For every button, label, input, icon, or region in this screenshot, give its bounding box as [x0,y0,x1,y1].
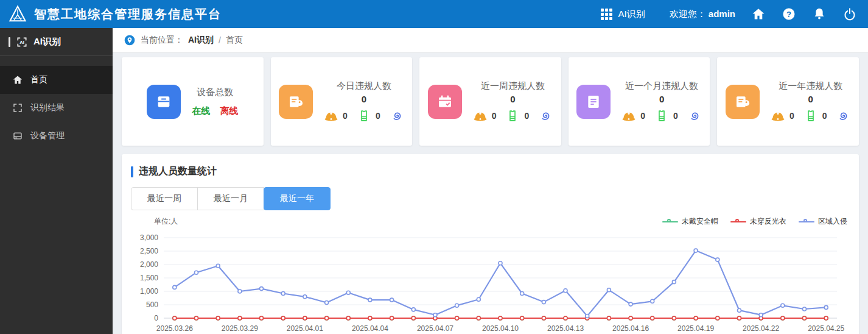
violation-card-icon [576,85,611,119]
intrusion-spiral-icon [836,109,850,123]
home-icon[interactable] [751,7,766,21]
sidebar-item-home[interactable]: 首页 [0,66,113,94]
legend-item-intrusion[interactable]: 区域入侵 [799,216,847,227]
vest-icon [654,109,669,123]
sidebar-item-device-management[interactable]: 设备管理 [0,122,113,150]
intrusion-spiral-icon [390,109,404,123]
intrusion-spiral-icon [538,109,553,123]
sidebar-header-label: AI识别 [33,36,61,48]
vest-count: 0 [673,111,678,121]
legend-marker [662,219,678,225]
home-icon [12,74,23,85]
breadcrumb-separator: / [219,35,221,45]
vest-icon [357,109,371,123]
helmet-count: 0 [492,111,497,121]
legend-item-helmet[interactable]: 未戴安全帽 [662,216,718,227]
device-total-card: 设备总数 在线 离线 [122,57,264,146]
brand: 智慧工地综合管理服务信息平台 [9,5,222,23]
welcome-label: 欢迎您： [670,9,706,19]
app-switch-label: AI识别 [618,9,645,20]
svg-text:1,000: 1,000 [140,287,158,296]
helmet-icon [771,109,785,123]
power-icon[interactable] [842,7,857,21]
device-card-icon [147,85,181,119]
username: admin [709,9,735,19]
card-title: 近一个月违规人数 [625,80,698,92]
stat-cards-row: 设备总数 在线 离线 今日违规人数 0 [113,52,868,146]
svg-text:2,500: 2,500 [140,247,158,255]
svg-text:500: 500 [146,300,158,309]
sidebar-item-label: 识别结果 [30,102,65,113]
card-total: 0 [808,94,813,104]
vest-count: 0 [524,111,529,121]
breadcrumb-section[interactable]: AI识别 [188,35,214,46]
sidebar-item-label: 首页 [30,74,47,85]
svg-text:2025.03.29: 2025.03.29 [222,324,258,333]
helmet-icon [324,109,338,123]
card-title: 近一周违规人数 [481,80,545,92]
welcome-text: 欢迎您： admin [670,9,735,20]
svg-text:2025.04.22: 2025.04.22 [743,324,779,333]
helmet-icon [473,109,488,123]
y-axis-unit-label: 单位:人 [154,216,178,227]
panel-title: 违规人员数量统计 [139,165,217,178]
main-content: 当前位置： AI识别 / 首页 设备总数 在线 离线 [113,28,868,334]
top-bar: 智慧工地综合管理服务信息平台 AI识别 欢迎您： admin ? [0,0,868,28]
bell-icon[interactable] [812,7,827,21]
violations-year-card: 近一年违规人数 0 0 0 [717,57,859,146]
card-title: 今日违规人数 [337,80,391,92]
sidebar-item-recognition-results[interactable]: 识别结果 [0,94,113,122]
online-label: 在线 [192,105,210,117]
person-record-icon [286,92,306,112]
sidebar: AI AI识别 首页 识别结果 设备管理 [0,28,113,334]
panel-title-bar [131,166,133,177]
tab-last-year[interactable]: 最近一年 [264,187,331,210]
offline-label: 离线 [220,105,238,117]
tab-last-month[interactable]: 最近一月 [197,187,264,210]
helmet-count: 0 [343,111,348,121]
range-tabs: 最近一周 最近一月 最近一年 [131,187,850,210]
sidebar-item-label: 设备管理 [30,130,65,141]
sidebar-nav: 首页 识别结果 设备管理 [0,66,113,150]
calendar-icon [435,92,455,112]
svg-text:2025.04.01: 2025.04.01 [287,324,323,333]
tab-last-week[interactable]: 最近一周 [131,187,198,210]
helmet-count: 0 [640,111,645,121]
svg-text:2025.04.07: 2025.04.07 [417,324,453,333]
svg-text:1,500: 1,500 [140,274,158,282]
violations-line-chart: 05001,0001,5002,0002,5003,0002025.03.262… [131,228,849,334]
help-icon[interactable]: ? [782,7,796,21]
svg-text:2025.04.10: 2025.04.10 [482,324,519,333]
violation-card-icon [428,85,462,119]
app-switch-ai[interactable]: AI识别 [601,9,645,20]
svg-text:2025.04.16: 2025.04.16 [612,324,649,333]
report-icon [584,92,603,112]
sidebar-header-bar [9,37,10,47]
violations-week-card: 近一周违规人数 0 0 0 [419,57,561,146]
vest-icon [505,109,520,123]
legend-item-vest[interactable]: 未穿反光衣 [730,216,786,227]
breadcrumb: 当前位置： AI识别 / 首页 [113,28,868,52]
chart-legend: 未戴安全帽 未穿反光衣 区域入侵 [662,216,847,227]
svg-text:0: 0 [154,314,158,322]
location-pin-icon [124,34,136,46]
violation-card-icon [726,85,760,119]
svg-text:2,000: 2,000 [140,260,158,269]
vest-count: 0 [822,111,827,121]
app-grid-icon [601,9,612,20]
svg-text:2025.03.26: 2025.03.26 [156,324,193,333]
card-total: 0 [510,94,515,104]
legend-label: 未穿反光衣 [750,216,786,227]
vest-count: 0 [376,111,380,121]
helmet-icon [621,109,636,123]
helmet-count: 0 [789,111,794,121]
legend-marker [799,219,814,225]
person-record-icon [733,92,752,112]
legend-marker [730,219,746,225]
card-total: 0 [659,94,664,104]
card-total: 0 [362,94,366,104]
legend-label: 区域入侵 [818,216,847,227]
breadcrumb-page[interactable]: 首页 [226,35,243,46]
svg-text:2025.04.19: 2025.04.19 [677,324,714,333]
device-icon [12,130,23,141]
